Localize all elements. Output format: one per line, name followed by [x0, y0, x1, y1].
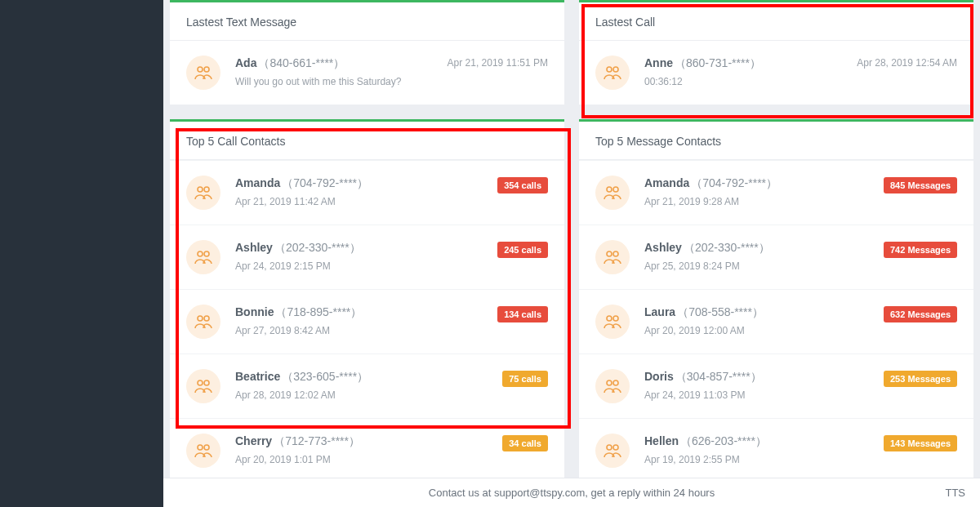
timestamp: Apr 20, 2019 12:00 AM [644, 325, 874, 336]
avatar-icon [186, 240, 220, 274]
svg-point-3 [613, 67, 618, 72]
top-msgs-card: Top 5 Message Contacts Amanda（704-792-**… [579, 119, 973, 483]
count-badge: 245 calls [497, 242, 548, 258]
svg-point-20 [607, 380, 612, 385]
svg-point-2 [607, 67, 612, 72]
contact-name: Laura [644, 305, 675, 318]
svg-point-18 [607, 316, 612, 321]
count-badge: 845 Messages [884, 177, 957, 193]
count-badge: 253 Messages [884, 371, 957, 387]
count-badge: 632 Messages [884, 306, 957, 322]
avatar-icon [186, 434, 220, 468]
entry-body: Cherry（712-773-****）Apr 20, 2019 1:01 PM [235, 434, 492, 465]
svg-point-1 [204, 67, 209, 72]
contact-phone: （718-895-****） [275, 305, 362, 318]
avatar-icon [595, 56, 630, 90]
contact-name: Amanda [644, 176, 689, 189]
contact-phone: （304-857-****） [675, 370, 762, 383]
list-item[interactable]: Cherry（712-773-****）Apr 20, 2019 1:01 PM… [170, 418, 564, 483]
list-item[interactable]: Ashley（202-330-****）Apr 25, 2019 8:24 PM… [579, 225, 973, 289]
entry-body: Amanda（704-792-****）Apr 21, 2019 11:42 A… [235, 176, 488, 207]
list-item[interactable]: Laura（708-558-****）Apr 20, 2019 12:00 AM… [579, 289, 973, 354]
svg-point-8 [198, 316, 203, 321]
list-item[interactable]: Amanda（704-792-****）Apr 21, 2019 9:28 AM… [579, 160, 973, 225]
latest-text-card: Lastest Text Message Ada（840-661-****） W… [170, 0, 564, 105]
svg-point-5 [204, 187, 209, 192]
count-badge: 143 Messages [884, 435, 957, 451]
avatar-icon [595, 176, 630, 210]
contact-name: Ada [235, 56, 256, 69]
count-badge: 742 Messages [884, 242, 957, 258]
avatar-icon [186, 176, 220, 210]
entry-body: Anne（860-731-****） 00:36:12 [644, 56, 847, 87]
svg-point-14 [607, 187, 612, 192]
timestamp: Apr 24, 2019 2:15 PM [235, 260, 488, 272]
contact-phone: （708-558-****） [677, 305, 764, 318]
contact-name: Ashley [235, 241, 273, 254]
message-preview: Will you go out with me this Saturday? [235, 76, 438, 87]
footer: Contact us at support@ttspy.com, get a r… [163, 478, 980, 507]
avatar-icon [595, 305, 630, 339]
entry-body: Ashley（202-330-****）Apr 24, 2019 2:15 PM [235, 240, 488, 272]
timestamp: Apr 19, 2019 2:55 PM [644, 454, 874, 465]
svg-point-4 [198, 187, 203, 192]
contact-name: Doris [644, 370, 674, 383]
timestamp: Apr 20, 2019 1:01 PM [235, 454, 492, 465]
avatar-icon [595, 434, 630, 468]
avatar-icon [186, 56, 220, 90]
contact-phone: （202-330-****） [684, 241, 770, 254]
contact-phone: （323-605-****） [282, 370, 368, 383]
contact-name: Ashley [644, 241, 682, 254]
content-area: Lastest Text Message Ada（840-661-****） W… [163, 0, 980, 507]
avatar-icon [186, 305, 220, 339]
list-item[interactable]: Amanda（704-792-****）Apr 21, 2019 11:42 A… [170, 160, 564, 225]
timestamp: Apr 28, 2019 12:54 AM [857, 57, 957, 69]
svg-point-19 [613, 316, 618, 321]
contact-phone: （704-792-****） [691, 176, 777, 189]
svg-point-6 [198, 251, 203, 256]
avatar-icon [595, 369, 630, 403]
svg-point-9 [204, 316, 209, 321]
contact-phone: （860-731-****） [675, 56, 761, 69]
top-msgs-title: Top 5 Message Contacts [579, 122, 973, 160]
sidebar [0, 0, 163, 507]
timestamp: Apr 21, 2019 11:51 PM [448, 57, 548, 69]
count-badge: 34 calls [502, 435, 548, 451]
svg-point-0 [198, 67, 203, 72]
latest-call-title: Lastest Call [579, 2, 973, 41]
avatar-icon [186, 369, 220, 403]
contact-phone: （712-773-****） [274, 434, 360, 447]
contact-phone: （704-792-****） [282, 176, 368, 189]
contact-name: Cherry [235, 434, 272, 447]
entry-body: Laura（708-558-****）Apr 20, 2019 12:00 AM [644, 305, 874, 336]
list-item[interactable]: Ashley（202-330-****）Apr 24, 2019 2:15 PM… [170, 225, 564, 289]
entry-body: Hellen（626-203-****）Apr 19, 2019 2:55 PM [644, 434, 874, 465]
entry-body: Amanda（704-792-****）Apr 21, 2019 9:28 AM [644, 176, 874, 207]
call-duration: 00:36:12 [644, 76, 847, 87]
latest-text-entry[interactable]: Ada（840-661-****） Will you go out with m… [170, 41, 564, 105]
timestamp: Apr 21, 2019 9:28 AM [644, 196, 874, 207]
list-item[interactable]: Doris（304-857-****）Apr 24, 2019 11:03 PM… [579, 354, 973, 418]
latest-call-card: Lastest Call Anne（860-731-****） 00:36:12… [579, 0, 973, 105]
svg-point-15 [613, 187, 618, 192]
entry-body: Bonnie（718-895-****）Apr 27, 2019 8:42 AM [235, 305, 488, 336]
svg-point-21 [613, 380, 618, 385]
timestamp: Apr 25, 2019 8:24 PM [644, 260, 874, 272]
list-item[interactable]: Bonnie（718-895-****）Apr 27, 2019 8:42 AM… [170, 289, 564, 354]
svg-point-10 [198, 380, 203, 385]
entry-body: Ashley（202-330-****）Apr 25, 2019 8:24 PM [644, 240, 874, 272]
timestamp: Apr 21, 2019 11:42 AM [235, 196, 488, 207]
entry-body: Ada（840-661-****） Will you go out with m… [235, 56, 438, 87]
list-item[interactable]: Beatrice（323-605-****）Apr 28, 2019 12:02… [170, 354, 564, 418]
entry-body: Beatrice（323-605-****）Apr 28, 2019 12:02… [235, 369, 492, 401]
contact-name: Bonnie [235, 305, 274, 318]
list-item[interactable]: Hellen（626-203-****）Apr 19, 2019 2:55 PM… [579, 418, 973, 483]
svg-point-22 [607, 445, 612, 450]
latest-text-title: Lastest Text Message [170, 2, 564, 41]
avatar-icon [595, 240, 630, 274]
footer-brand: TTS [945, 487, 965, 499]
contact-phone: （840-661-****） [258, 56, 345, 69]
timestamp: Apr 24, 2019 11:03 PM [644, 389, 874, 401]
latest-call-entry[interactable]: Anne（860-731-****） 00:36:12 Apr 28, 2019… [579, 41, 973, 105]
entry-body: Doris（304-857-****）Apr 24, 2019 11:03 PM [644, 369, 874, 401]
